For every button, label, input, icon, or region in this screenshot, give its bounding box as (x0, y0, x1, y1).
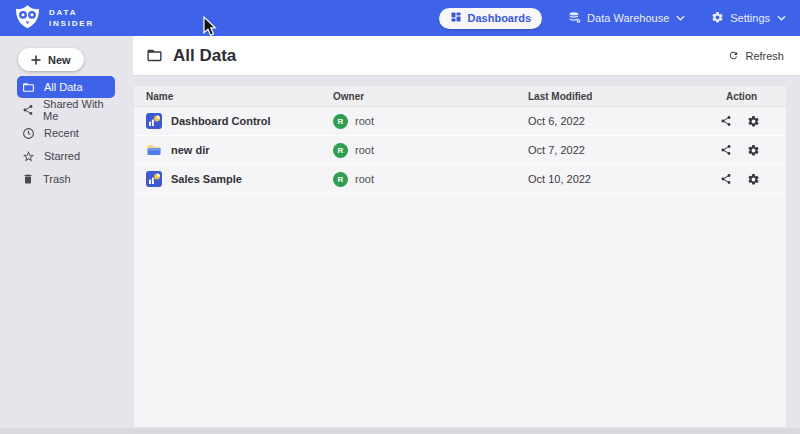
sidebar-item-recent[interactable]: Recent (17, 122, 115, 144)
page-title-label: All Data (173, 46, 236, 66)
app-window: DATA INSIDER Dashboards (0, 0, 800, 434)
main-content: All Data Refresh Name Owner Last Modifie… (133, 36, 800, 428)
nav-data-warehouse-menu[interactable]: Data Warehouse (568, 11, 685, 26)
share-icon[interactable] (720, 173, 732, 185)
column-header-name: Name (146, 86, 173, 107)
column-header-action: Action (726, 86, 757, 107)
owner-name: root (355, 173, 374, 185)
gear-icon[interactable] (747, 115, 760, 128)
last-modified-cell: Oct 6, 2022 (528, 107, 585, 135)
gear-icon (711, 11, 724, 26)
nav-data-warehouse-label: Data Warehouse (587, 12, 669, 24)
owner-avatar: R (333, 143, 348, 158)
folder-icon (22, 81, 35, 94)
actions-cell (720, 165, 760, 193)
new-button[interactable]: New (18, 48, 84, 71)
owner-avatar: R (333, 172, 348, 187)
actions-cell (720, 136, 760, 164)
refresh-button[interactable]: Refresh (728, 50, 784, 62)
table-row[interactable]: new dir R root Oct 7, 2022 (134, 136, 786, 165)
gear-icon[interactable] (747, 144, 760, 157)
page-title: All Data (146, 46, 236, 66)
file-name-cell: Dashboard Control (146, 107, 271, 135)
chevron-down-icon (777, 15, 786, 21)
nav-dashboards-label: Dashboards (468, 12, 532, 24)
owner-cell: R root (333, 107, 374, 135)
dashboard-file-icon (146, 171, 162, 187)
sidebar-item-starred[interactable]: Starred (17, 145, 115, 167)
actions-cell (720, 107, 760, 135)
sidebar-item-all-data[interactable]: All Data (17, 76, 115, 98)
page-title-bar: All Data Refresh (133, 36, 800, 76)
sidebar-item-label: Shared With Me (43, 98, 115, 122)
file-name: Dashboard Control (171, 115, 271, 127)
sidebar-item-label: Starred (44, 150, 80, 162)
top-header-bar: DATA INSIDER Dashboards (0, 0, 800, 36)
nav-settings-menu[interactable]: Settings (711, 11, 786, 26)
owner-name: root (355, 144, 374, 156)
plus-icon (31, 55, 41, 65)
brand-logo: DATA INSIDER (14, 4, 94, 33)
sidebar-item-trash[interactable]: Trash (17, 168, 115, 190)
window-bottom-edge (0, 428, 800, 434)
chevron-down-icon (676, 15, 685, 21)
last-modified-cell: Oct 7, 2022 (528, 136, 585, 164)
owner-cell: R root (333, 165, 374, 193)
owner-name: root (355, 115, 374, 127)
sidebar-item-label: Recent (44, 127, 79, 139)
dashboard-file-icon (146, 113, 162, 129)
top-nav: Dashboards Data Warehouse (439, 8, 786, 29)
nav-settings-label: Settings (730, 12, 770, 24)
dashboard-icon (450, 11, 462, 25)
gear-icon[interactable] (747, 173, 760, 186)
refresh-label: Refresh (745, 50, 784, 62)
file-table-panel: Name Owner Last Modified Action Dashboar… (134, 86, 786, 427)
share-icon (22, 104, 34, 116)
sidebar-item-label: All Data (44, 81, 83, 93)
nav-dashboards-button[interactable]: Dashboards (439, 8, 543, 29)
share-icon[interactable] (720, 115, 732, 127)
file-name: Sales Sample (171, 173, 242, 185)
clock-icon (22, 127, 35, 140)
owner-avatar: R (333, 114, 348, 129)
star-icon (22, 150, 35, 163)
trash-icon (22, 173, 34, 185)
sidebar-item-shared-with-me[interactable]: Shared With Me (17, 99, 115, 121)
table-row[interactable]: Sales Sample R root Oct 10, 2022 (134, 165, 786, 194)
table-header-row: Name Owner Last Modified Action (134, 86, 786, 107)
sidebar: New All Data Shared With Me Rece (0, 36, 133, 428)
table-row[interactable]: Dashboard Control R root Oct 6, 2022 (134, 107, 786, 136)
column-header-last-modified: Last Modified (528, 86, 592, 107)
folder-file-icon (146, 142, 162, 158)
file-name: new dir (171, 144, 210, 156)
last-modified-cell: Oct 10, 2022 (528, 165, 591, 193)
new-button-label: New (48, 54, 71, 66)
column-header-owner: Owner (333, 86, 364, 107)
refresh-icon (728, 50, 739, 61)
sidebar-item-label: Trash (43, 173, 71, 185)
share-icon[interactable] (720, 144, 732, 156)
database-icon (568, 11, 581, 26)
sidebar-menu: All Data Shared With Me Recent Starr (0, 76, 133, 191)
folder-icon (146, 47, 163, 64)
owl-logo-icon (14, 4, 41, 33)
file-name-cell: Sales Sample (146, 165, 242, 193)
owner-cell: R root (333, 136, 374, 164)
file-name-cell: new dir (146, 136, 210, 164)
brand-name: DATA INSIDER (49, 7, 94, 29)
